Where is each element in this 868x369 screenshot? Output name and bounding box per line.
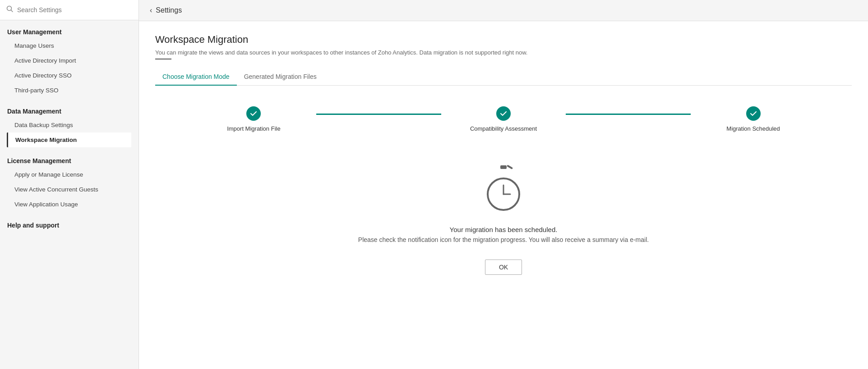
- sidebar-item-apply-manage-license[interactable]: Apply or Manage License: [7, 167, 131, 182]
- sidebar-section-title-user-management: User Management: [7, 28, 131, 36]
- sidebar-section-title-license-management: License Management: [7, 157, 131, 164]
- search-input[interactable]: [17, 6, 132, 14]
- content-area: Workspace Migration You can migrate the …: [139, 21, 868, 369]
- sidebar-item-view-application-usage[interactable]: View Application Usage: [7, 197, 131, 212]
- sidebar-section-user-management: User ManagementManage UsersActive Direct…: [0, 20, 139, 100]
- sidebar-sections: User ManagementManage UsersActive Direct…: [0, 20, 139, 233]
- sidebar-item-workspace-migration[interactable]: Workspace Migration: [7, 132, 131, 147]
- top-bar-title: Settings: [156, 6, 182, 14]
- svg-rect-3: [507, 165, 513, 169]
- back-arrow-icon[interactable]: ‹: [150, 6, 152, 14]
- page-title: Workspace Migration: [155, 34, 852, 46]
- clock-container: [155, 164, 852, 213]
- sidebar-section-title-data-management: Data Management: [7, 108, 131, 115]
- sidebar-item-view-active-concurrent-guests[interactable]: View Active Concurrent Guests: [7, 182, 131, 197]
- search-icon: [6, 5, 14, 14]
- connector-1: [316, 114, 441, 115]
- ok-button[interactable]: OK: [485, 260, 522, 275]
- step-label-scheduled: Migration Scheduled: [726, 125, 780, 132]
- tab-generated-migration-files[interactable]: Generated Migration Files: [237, 68, 324, 86]
- sidebar-item-active-directory-sso[interactable]: Active Directory SSO: [7, 68, 131, 83]
- sidebar-item-manage-users[interactable]: Manage Users: [7, 38, 131, 53]
- stepper: Import Migration File Compatibility Asse…: [155, 102, 852, 137]
- page-description: You can migrate the views and data sourc…: [155, 49, 852, 56]
- sidebar-item-active-directory-import[interactable]: Active Directory Import: [7, 53, 131, 68]
- step-circle-scheduled: [746, 106, 761, 121]
- sidebar-section-license-management: License ManagementApply or Manage Licens…: [0, 149, 139, 214]
- step-label-compatibility: Compatibility Assessment: [470, 125, 537, 132]
- step-label-import: Import Migration File: [227, 125, 280, 132]
- sidebar-section-data-management: Data ManagementData Backup SettingsWorks…: [0, 100, 139, 149]
- step-circle-import: [246, 106, 261, 121]
- connector-2: [566, 114, 691, 115]
- step-circle-compatibility: [496, 106, 511, 121]
- sidebar-item-data-backup-settings[interactable]: Data Backup Settings: [7, 118, 131, 132]
- title-underline: [155, 59, 171, 59]
- svg-rect-2: [500, 165, 507, 169]
- tab-choose-migration-mode[interactable]: Choose Migration Mode: [155, 68, 237, 86]
- svg-line-1: [11, 10, 13, 12]
- tabs-container: Choose Migration Mode Generated Migratio…: [155, 68, 852, 86]
- step-compatibility-assessment: Compatibility Assessment: [441, 106, 566, 132]
- sidebar-section-help-support: Help and support: [0, 214, 139, 233]
- ok-button-container: OK: [155, 260, 852, 275]
- sidebar: User ManagementManage UsersActive Direct…: [0, 0, 139, 369]
- clock-icon: [481, 164, 526, 213]
- sidebar-item-third-party-sso[interactable]: Third-party SSO: [7, 83, 131, 98]
- main-content: ‹ Settings Workspace Migration You can m…: [139, 0, 868, 369]
- scheduled-message: Your migration has been scheduled.: [155, 226, 852, 233]
- scheduled-sub-message: Please check the notification icon for t…: [155, 236, 852, 243]
- step-import-migration-file: Import Migration File: [191, 106, 316, 132]
- sidebar-section-title-help-support: Help and support: [7, 222, 131, 229]
- search-bar[interactable]: [0, 0, 139, 20]
- step-migration-scheduled: Migration Scheduled: [691, 106, 816, 132]
- top-bar: ‹ Settings: [139, 0, 868, 21]
